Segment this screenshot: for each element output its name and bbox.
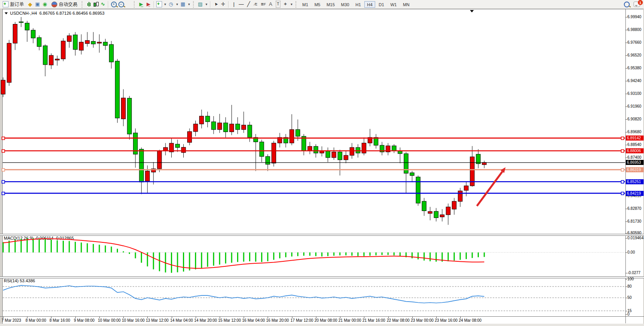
line-anchor-handle[interactable] bbox=[2, 137, 5, 140]
timeframe-button-m15[interactable]: M15 bbox=[324, 1, 337, 8]
timeframe-group: M1M5M15M30H1H4D1W1MN bbox=[300, 1, 412, 8]
cursor-button[interactable]: ➤ bbox=[212, 0, 220, 9]
chevron-down-icon[interactable]: ▼ bbox=[188, 3, 191, 6]
search-icon[interactable] bbox=[624, 2, 630, 7]
candle-body bbox=[193, 124, 198, 132]
line-anchor-handle[interactable] bbox=[2, 150, 5, 153]
timeframe-button-h4[interactable]: H4 bbox=[364, 1, 375, 8]
time-axis-label: 7 Mar 2023 bbox=[2, 318, 21, 323]
candle-body bbox=[115, 61, 120, 118]
macd-pane[interactable] bbox=[0, 235, 625, 276]
candle-body bbox=[338, 152, 342, 160]
time-axis-label: 23 Mar 00:00 bbox=[411, 318, 434, 323]
timeframe-button-mn[interactable]: MN bbox=[400, 1, 412, 8]
candle-body bbox=[1, 80, 5, 94]
rsi-axis-label: 50 bbox=[627, 295, 632, 300]
line-anchor-handle[interactable] bbox=[2, 192, 5, 195]
time-axis-label: 16 Mar 04:00 bbox=[242, 318, 265, 323]
candlestick-chart-button[interactable] bbox=[93, 2, 99, 7]
trend-arrow-line[interactable] bbox=[477, 172, 502, 206]
fibonacci-button[interactable]: ≣F bbox=[260, 1, 266, 7]
timeframe-button-h1[interactable]: H1 bbox=[353, 1, 364, 8]
time-axis-label: 17 Mar 12:00 bbox=[290, 318, 313, 323]
templates-button[interactable]: ▦ bbox=[180, 1, 186, 7]
new-order-button[interactable]: + 新订单 bbox=[1, 1, 26, 8]
line-anchor-handle[interactable] bbox=[2, 180, 5, 183]
price-level-chip: 6.86319 bbox=[626, 167, 644, 172]
chevron-down-icon[interactable]: ▼ bbox=[176, 3, 179, 6]
candle-body bbox=[452, 201, 456, 209]
autotrading-button[interactable]: 自动交易 bbox=[49, 1, 79, 8]
candle-body bbox=[476, 154, 480, 164]
toolbar-grip bbox=[82, 1, 84, 8]
timeframe-button-m5[interactable]: M5 bbox=[312, 1, 323, 8]
gold-icon[interactable]: ◆ bbox=[27, 1, 33, 7]
crosshair-button[interactable]: ✛ bbox=[220, 1, 226, 7]
horizontal-line-button[interactable]: — bbox=[238, 1, 244, 7]
axis-tick bbox=[625, 238, 627, 238]
price-level-chip: 6.85251 bbox=[626, 179, 644, 184]
timeframe-button-w1[interactable]: W1 bbox=[388, 1, 400, 8]
chart-shift-button[interactable]: ▶̤ bbox=[145, 1, 152, 7]
rsi-line bbox=[3, 285, 484, 303]
line-chart-button[interactable]: ∿ bbox=[100, 1, 106, 7]
bar-chart-button[interactable] bbox=[86, 1, 92, 7]
candle-body bbox=[434, 211, 438, 218]
chart-window-button[interactable]: ▨ bbox=[197, 1, 203, 7]
timeframe-button-m1[interactable]: M1 bbox=[300, 1, 311, 8]
auto-scroll-button[interactable]: ▶̲ bbox=[138, 1, 144, 7]
candle-body bbox=[13, 24, 17, 43]
candle-body bbox=[242, 125, 246, 130]
zoom-in-button[interactable]: + bbox=[111, 1, 117, 7]
text-label-button[interactable]: T bbox=[275, 1, 281, 7]
autotrading-label: 自动交易 bbox=[59, 1, 77, 8]
time-axis-label: 9 Mar 08:00 bbox=[74, 318, 94, 323]
chat-icon[interactable]: 1 bbox=[634, 2, 640, 7]
vertical-line-button[interactable]: | bbox=[231, 1, 237, 7]
candle-body bbox=[314, 146, 318, 153]
rsi-axis-label: 80 bbox=[627, 284, 632, 288]
candle-body bbox=[19, 22, 23, 22]
candle-body bbox=[25, 23, 29, 30]
channel-button[interactable]: ∕E bbox=[253, 1, 259, 7]
candle-body bbox=[224, 123, 228, 132]
line-anchor-handle[interactable] bbox=[2, 168, 5, 171]
text-button[interactable]: A bbox=[268, 1, 274, 7]
line-anchor-handle[interactable] bbox=[621, 192, 624, 195]
candle-body bbox=[410, 173, 414, 175]
candle-body bbox=[482, 163, 487, 165]
channel-letter: E bbox=[255, 1, 258, 7]
shapes-button[interactable]: ✦ bbox=[282, 1, 289, 7]
line-anchor-handle[interactable] bbox=[621, 180, 624, 183]
price-chart-pane[interactable] bbox=[0, 9, 625, 234]
signals-icon[interactable]: ◉ bbox=[42, 1, 48, 7]
macd-axis-label: 0.019464 bbox=[627, 236, 644, 240]
price-axis-label: 6.88540 bbox=[627, 142, 641, 147]
line-anchor-handle[interactable] bbox=[621, 137, 624, 140]
candle-body bbox=[37, 38, 41, 46]
candle-body bbox=[332, 152, 336, 158]
chevron-down-icon[interactable]: ▼ bbox=[205, 3, 208, 6]
price-axis-label: 6.95380 bbox=[627, 66, 641, 70]
price-axis-label: 6.93100 bbox=[627, 91, 641, 96]
line-anchor-handle[interactable] bbox=[621, 150, 624, 153]
autotrading-icon bbox=[51, 1, 57, 7]
time-axis-label: 14 Mar 20:00 bbox=[194, 318, 217, 323]
timeframe-button-d1[interactable]: D1 bbox=[376, 1, 387, 8]
chevron-down-icon[interactable]: ▼ bbox=[164, 3, 167, 6]
line-anchor-handle[interactable] bbox=[621, 168, 624, 171]
label-letter: T bbox=[276, 1, 280, 8]
tile-windows-button[interactable] bbox=[125, 1, 132, 7]
mt4-window: + 新订单 ◆ ▣ ◉ 自动交易 ∿ + − ▶̲ ▶̤ +▼ ◷▼ ▦▼ ▨▼ bbox=[0, 0, 644, 326]
timeframe-button-m30[interactable]: M30 bbox=[338, 1, 352, 8]
zoom-out-button[interactable]: − bbox=[118, 1, 124, 7]
candle-body bbox=[176, 144, 180, 148]
axis-tick bbox=[625, 81, 627, 81]
time-axis-label: 16 Mar 20:00 bbox=[266, 318, 289, 323]
chevron-down-icon[interactable]: ▼ bbox=[290, 3, 293, 6]
metaeditor-icon[interactable]: ▣ bbox=[34, 1, 41, 7]
trendline-button[interactable]: ╱ bbox=[246, 1, 252, 7]
new-chart-button[interactable]: + bbox=[156, 1, 162, 7]
rsi-pane[interactable] bbox=[0, 278, 625, 316]
periods-button[interactable]: ◷ bbox=[168, 1, 174, 7]
